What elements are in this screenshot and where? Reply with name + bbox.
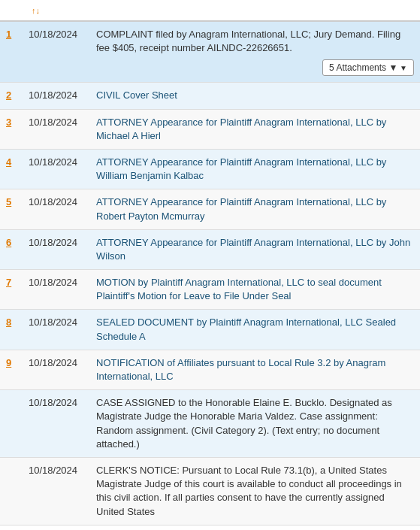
table-body: 110/18/2024COMPLAINT filed by Anagram In… (0, 22, 420, 525)
row-description[interactable]: ATTORNEY Appearance for Plaintiff Anagra… (96, 156, 414, 183)
table-row: 10/18/2024CLERK'S NOTICE: Pursuant to Lo… (0, 458, 420, 525)
row-date: 10/18/2024 (29, 464, 96, 476)
sort-icon[interactable]: ↑↓ (32, 6, 40, 15)
row-description: COMPLAINT filed by Anagram International… (96, 28, 414, 76)
row-description[interactable]: NOTIFICATION of Affiliates pursuant to L… (96, 356, 414, 383)
row-date: 10/18/2024 (29, 116, 96, 128)
row-description: CLERK'S NOTICE: Pursuant to Local Rule 7… (96, 464, 414, 519)
row-date: 10/18/2024 (29, 356, 96, 368)
row-number[interactable]: 2 (6, 89, 29, 101)
col-desc-header (96, 5, 414, 16)
row-number[interactable]: 7 (6, 276, 29, 288)
row-description[interactable]: SEALED DOCUMENT by Plaintiff Anagram Int… (96, 316, 414, 343)
row-description[interactable]: MOTION by Plaintiff Anagram Internationa… (96, 276, 414, 303)
col-hash-header (6, 5, 29, 16)
row-number[interactable]: 8 (6, 316, 29, 328)
row-number (6, 464, 29, 465)
row-number[interactable]: 6 (6, 236, 29, 248)
row-description[interactable]: ATTORNEY Appearance for Plaintiff Anagra… (96, 195, 414, 223)
table-row: 10/18/2024CASE ASSIGNED to the Honorable… (0, 390, 420, 458)
row-number (6, 396, 29, 397)
row-description[interactable]: CIVIL Cover Sheet (96, 89, 414, 102)
row-date: 10/18/2024 (29, 236, 96, 248)
table-row: 110/18/2024COMPLAINT filed by Anagram In… (0, 22, 420, 83)
row-description[interactable]: ATTORNEY Appearance for Plaintiff Anagra… (96, 116, 414, 143)
row-date: 10/18/2024 (29, 396, 96, 408)
table-row: 910/18/2024NOTIFICATION of Affiliates pu… (0, 350, 420, 390)
row-number[interactable]: 3 (6, 116, 29, 128)
row-date: 10/18/2024 (29, 89, 96, 101)
table-row: 510/18/2024ATTORNEY Appearance for Plain… (0, 189, 420, 229)
row-number[interactable]: 9 (6, 356, 29, 368)
col-date-header: ↑↓ (29, 5, 96, 16)
table-row: 410/18/2024ATTORNEY Appearance for Plain… (0, 150, 420, 189)
attachments-button[interactable]: 5 Attachments ▼ (322, 59, 414, 76)
row-number[interactable]: 1 (6, 28, 29, 40)
row-date: 10/18/2024 (29, 316, 96, 328)
row-date: 10/18/2024 (29, 28, 96, 40)
docket-table: ↑↓ 110/18/2024COMPLAINT filed by Anagram… (0, 0, 420, 525)
table-row: 210/18/2024CIVIL Cover Sheet (0, 83, 420, 109)
table-header: ↑↓ (0, 0, 420, 22)
table-row: 310/18/2024ATTORNEY Appearance for Plain… (0, 110, 420, 150)
row-date: 10/18/2024 (29, 276, 96, 288)
row-date: 10/18/2024 (29, 156, 96, 168)
row-date: 10/18/2024 (29, 195, 96, 207)
table-row: 710/18/2024MOTION by Plaintiff Anagram I… (0, 270, 420, 310)
row-description: CASE ASSIGNED to the Honorable Elaine E.… (96, 396, 414, 451)
table-row: 810/18/2024SEALED DOCUMENT by Plaintiff … (0, 310, 420, 350)
row-number[interactable]: 4 (6, 156, 29, 168)
row-description[interactable]: ATTORNEY Appearance for Plaintiff Anagra… (96, 236, 414, 263)
row-number[interactable]: 5 (6, 195, 29, 207)
table-row: 610/18/2024ATTORNEY Appearance for Plain… (0, 230, 420, 270)
